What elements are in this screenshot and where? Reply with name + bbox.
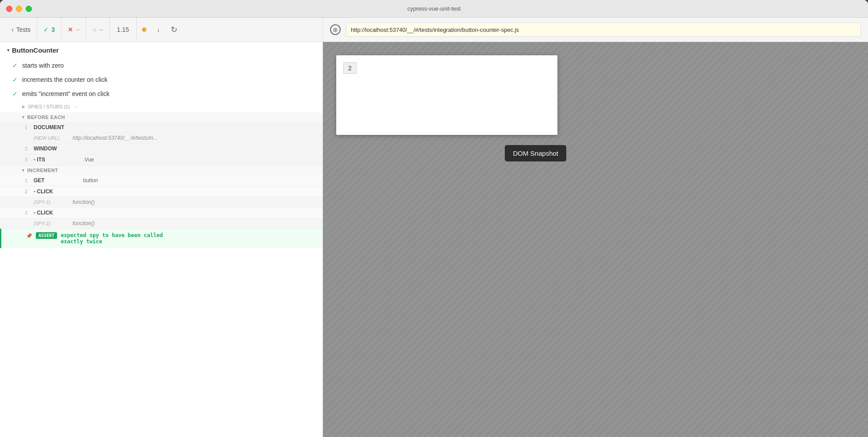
- fail-count-item: ✕ --: [61, 18, 86, 42]
- pending-count: --: [99, 26, 103, 33]
- right-toolbar: ⊕: [323, 18, 868, 42]
- back-label: Tests: [16, 26, 31, 33]
- test-item-0[interactable]: ✓ starts with zero: [0, 58, 323, 73]
- new-url-value: http://localhost:53740/__/#/tests/in...: [73, 135, 157, 141]
- test-label-0: starts with zero: [22, 62, 64, 69]
- spy1-value2: function(): [73, 220, 95, 226]
- cmd-num-click1: 2: [25, 189, 34, 194]
- spy1-label2: (SPY-1): [34, 221, 69, 226]
- spies-stubs-row[interactable]: ▶ SPIES / STUBS (1) ···: [0, 101, 323, 112]
- back-button[interactable]: ‹ Tests: [5, 18, 37, 42]
- status-dot-icon: [142, 27, 146, 32]
- command-row-get[interactable]: 1 GET button: [0, 175, 323, 186]
- close-button[interactable]: [6, 6, 12, 12]
- maximize-button[interactable]: [26, 6, 32, 12]
- title-bar: cypress-vue-unit-test: [0, 0, 868, 18]
- pass-count: 3: [51, 26, 55, 33]
- dom-snapshot-label: DOM Snapshot: [513, 150, 558, 157]
- back-arrow-icon: ‹: [12, 26, 14, 33]
- test-pass-icon-0: ✓: [12, 62, 18, 69]
- pin-icon: 📌: [26, 232, 32, 239]
- assert-row[interactable]: 📌 ASSERT expected spy to have been calle…: [0, 229, 323, 248]
- dom-snapshot-tooltip[interactable]: DOM Snapshot: [505, 145, 566, 161]
- assert-text: expected spy to have been called exactly…: [61, 232, 163, 245]
- test-item-2[interactable]: ✓ emits "increment" event on click: [0, 87, 323, 101]
- test-item-1[interactable]: ✓ increments the counter on click: [0, 73, 323, 87]
- test-pass-icon-2: ✓: [12, 90, 18, 97]
- cmd-name-its: - ITS: [34, 157, 78, 163]
- cmd-name-click1: - CLICK: [34, 188, 78, 195]
- x-icon: ✕: [68, 26, 73, 33]
- pending-count-item: ○ --: [86, 18, 110, 42]
- assert-badge: ASSERT: [36, 232, 57, 239]
- cmd-sub-get: button: [78, 177, 98, 184]
- cmd-num-get: 1: [25, 178, 34, 183]
- cmd-name-document: DOCUMENT: [34, 124, 78, 130]
- cmd-name-get: GET: [34, 177, 78, 184]
- spies-stubs-label: SPIES / STUBS (1): [28, 104, 70, 109]
- test-label-2: emits "increment" event on click: [22, 90, 109, 97]
- window-title: cypress-vue-unit-test: [407, 5, 461, 12]
- cmd-num-2: 2: [25, 146, 34, 151]
- component-preview: 2 DOM Snapshot: [336, 55, 557, 135]
- new-url-label: (NEW URL): [34, 135, 69, 141]
- spy1-value1: function(): [73, 199, 95, 205]
- cmd-sub-its: .Vue: [78, 157, 94, 163]
- test-list: ▾ ButtonCounter ✓ starts with zero ✓ inc…: [0, 42, 323, 437]
- new-url-row: (NEW URL) http://localhost:53740/__/#/te…: [0, 133, 323, 143]
- minimize-button[interactable]: [16, 6, 22, 12]
- right-panel: ⊕ 2 DOM Snapshot: [323, 18, 868, 437]
- url-bar[interactable]: [346, 23, 861, 37]
- toolbar-right: ↓ ↻: [142, 23, 179, 36]
- circle-icon: ○: [92, 26, 96, 33]
- status-indicator: ↓: [157, 26, 160, 33]
- increment-label: ▾ INCREMENT: [0, 165, 323, 175]
- counter-button[interactable]: 2: [343, 62, 357, 74]
- spy1-row1: (SPY-1) function(): [0, 197, 323, 207]
- assert-text-line2: exactly twice: [61, 238, 163, 245]
- before-each-label: ▾ BEFORE EACH: [0, 112, 323, 122]
- left-panel: ‹ Tests ✓ 3 ✕ -- ○ -- 1.15: [0, 18, 323, 437]
- version-item: 1.15: [110, 18, 136, 42]
- increment-section: ▾ INCREMENT 1 GET button 2 - CLICK: [0, 165, 323, 248]
- check-icon: ✓: [43, 26, 49, 33]
- test-pass-icon-1: ✓: [12, 76, 18, 83]
- command-row-click1[interactable]: 2 - CLICK: [0, 186, 323, 197]
- cmd-num-1: 1: [25, 125, 34, 130]
- assert-text-line1: expected spy to have been called: [61, 232, 163, 238]
- pass-count-item: ✓ 3: [37, 18, 61, 42]
- viewport-area: 2 DOM Snapshot: [323, 42, 868, 437]
- traffic-lights: [6, 6, 32, 12]
- suite-header[interactable]: ▾ ButtonCounter: [0, 42, 323, 58]
- spy1-label1: (SPY-1): [34, 199, 69, 205]
- reload-button[interactable]: ↻: [169, 23, 179, 36]
- command-row-document[interactable]: 1 DOCUMENT: [0, 122, 323, 133]
- suite-chevron-icon: ▾: [7, 48, 9, 53]
- cmd-num-click2: 3: [25, 210, 34, 215]
- spies-dots: ···: [74, 104, 79, 110]
- crosshair-icon[interactable]: ⊕: [330, 24, 341, 35]
- before-each-chevron-icon: ▾: [22, 115, 25, 119]
- test-label-1: increments the counter on click: [22, 76, 108, 83]
- suite-name: ButtonCounter: [12, 46, 59, 54]
- cmd-name-click2: - CLICK: [34, 210, 78, 216]
- increment-chevron-icon: ▾: [22, 168, 25, 172]
- before-each-section: ▾ BEFORE EACH 1 DOCUMENT (NEW URL) http:…: [0, 112, 323, 165]
- command-row-its[interactable]: 3 - ITS .Vue: [0, 154, 323, 165]
- cmd-num-3: 3: [25, 157, 34, 162]
- spies-chevron-icon: ▶: [22, 104, 25, 109]
- cmd-name-window: WINDOW: [34, 146, 78, 152]
- command-row-click2[interactable]: 3 - CLICK: [0, 207, 323, 218]
- toolbar: ‹ Tests ✓ 3 ✕ -- ○ -- 1.15: [0, 18, 323, 42]
- version-number: 1.15: [117, 26, 129, 33]
- fail-count: --: [76, 26, 80, 33]
- command-row-window[interactable]: 2 WINDOW: [0, 143, 323, 154]
- spy1-row2: (SPY-1) function(): [0, 218, 323, 229]
